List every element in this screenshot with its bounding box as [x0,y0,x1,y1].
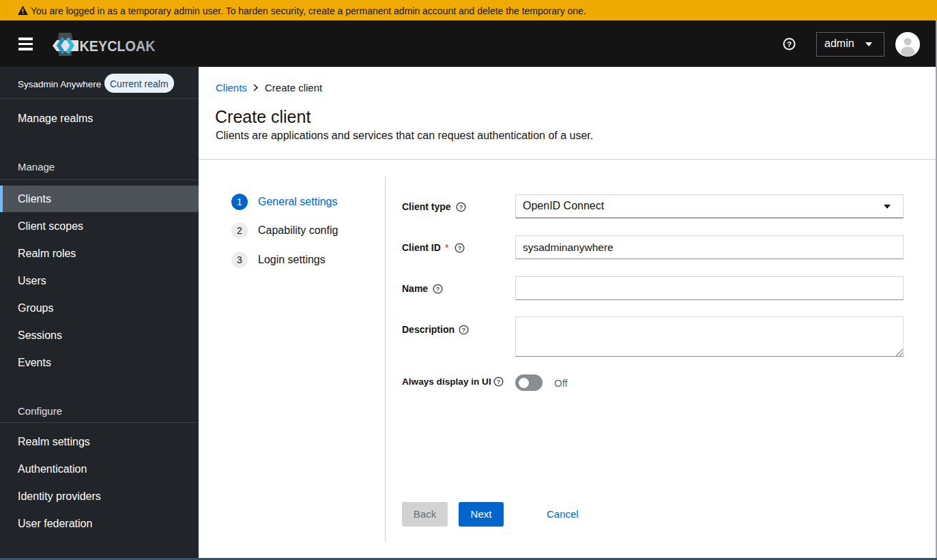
svg-text:KEYCLOAK: KEYCLOAK [80,38,156,55]
svg-text:?: ? [459,203,463,211]
svg-text:?: ? [462,326,466,334]
svg-text:?: ? [497,378,501,385]
svg-text:?: ? [787,40,792,48]
svg-text:?: ? [436,285,440,293]
svg-text:?: ? [458,244,462,252]
